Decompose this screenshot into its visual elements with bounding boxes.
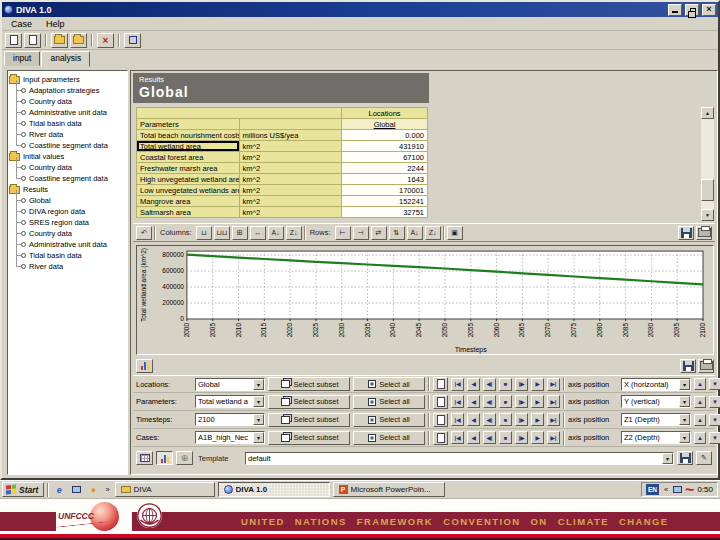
chart-settings-button[interactable] [136,359,153,373]
locations-move-up-button[interactable]: ▲ [694,378,706,390]
cases-select-all-button[interactable]: Select all [353,431,425,445]
cases-dropdown[interactable]: A1B_high_Nec▾ [195,431,265,444]
tree-item-input-parameters[interactable]: Input parameters [9,74,126,85]
map-view-button[interactable]: ⊕ [176,451,193,465]
parameter-cell[interactable]: Freshwater marsh area [137,163,240,174]
parameters-select-all-button[interactable]: Select all [353,395,425,409]
parameters-next-button[interactable]: ▶ [531,395,544,408]
parameter-cell[interactable]: Total beach nourishment costs [137,130,240,141]
tree-item-river-data[interactable]: River data [9,129,126,140]
language-indicator[interactable]: EN [646,484,659,495]
sort-columns-za-button[interactable]: Z↓ [286,226,302,240]
close-button[interactable]: × [702,4,716,16]
save-template-button[interactable] [677,451,693,465]
tree-item-country-data[interactable]: Country data [9,96,126,107]
table-view-button[interactable] [136,451,153,465]
chevron-down-icon[interactable]: ▾ [253,432,264,443]
restore-button[interactable] [685,4,699,16]
value-cell[interactable]: 170001 [342,185,428,196]
timesteps-move-up-button[interactable]: ▲ [694,414,706,426]
parameter-cell[interactable]: Saltmarsh area [137,207,240,218]
cases-copy-button[interactable] [433,431,448,445]
alert-icon[interactable]: ~ [685,481,694,499]
tab-input[interactable]: input [4,51,40,66]
task-button-diva-1-0[interactable]: DIVA 1.0 [218,482,330,497]
column-all-button[interactable]: ⊞ [232,226,248,240]
tree-item-tidal-basin-data[interactable]: Tidal basin data [9,118,126,129]
print-chart-button[interactable] [698,359,714,373]
import-case-button[interactable] [51,33,68,48]
tree-item-initial-values[interactable]: Initial values [9,151,126,162]
cases-next-button[interactable]: ▶ [531,431,544,444]
tree-item-country-data[interactable]: Country data [9,162,126,173]
parameter-cell[interactable]: High unvegetated wetland area [137,174,240,185]
timesteps-step-forward-button[interactable]: |▶ [515,413,528,426]
parameter-cell[interactable]: Low unvegetated wetlands area [137,185,240,196]
parameters-stop-button[interactable]: ■ [499,395,512,408]
timesteps-previous-button[interactable]: ◀ [467,413,480,426]
table-row[interactable]: High unvegetated wetland areakm^21643 [137,174,428,185]
cases-step-forward-button[interactable]: |▶ [515,431,528,444]
minimize-button[interactable] [668,4,682,16]
locations-dropdown[interactable]: Global▾ [195,378,265,391]
locations-move-down-button[interactable]: ▼ [709,378,720,390]
column-hide-button[interactable]: ⊔⊔ [214,226,230,240]
tree-item-adaptation-strategies[interactable]: Adaptation strategies [9,85,126,96]
tree-item-sres-region-data[interactable]: SRES region data [9,217,126,228]
timesteps-step-back-button[interactable]: ◀| [483,413,496,426]
value-cell[interactable]: 152241 [342,196,428,207]
locations-axis-dropdown[interactable]: X (horizontal)▾ [621,378,691,391]
locations-next-button[interactable]: ▶ [531,378,544,391]
locations-stop-button[interactable]: ■ [499,378,512,391]
location-name-header[interactable]: Global [342,119,428,130]
reset-view-button[interactable]: ↶ [136,226,152,240]
tree-item-administrative-unit-data[interactable]: Administrative unit data [9,107,126,118]
cases-last-button[interactable]: ▶| [547,431,560,444]
timesteps-select-subset-button[interactable]: Select subset [268,413,350,427]
locations-copy-button[interactable] [433,377,448,391]
tree-item-administrative-unit-data[interactable]: Administrative unit data [9,239,126,250]
template-dropdown[interactable]: default▾ [245,452,674,465]
cases-step-back-button[interactable]: ◀| [483,431,496,444]
sort-columns-az-button[interactable]: A↓ [268,226,284,240]
timesteps-axis-dropdown[interactable]: Z1 (Depth)▾ [621,413,691,426]
tree-item-country-data[interactable]: Country data [9,228,126,239]
parameters-move-up-button[interactable]: ▲ [694,396,706,408]
value-cell[interactable]: 0.000 [342,130,428,141]
ie-button[interactable]: e [52,483,66,497]
locations-select-subset-button[interactable]: Select subset [268,377,350,391]
copy-table-button[interactable]: ▣ [447,226,463,240]
timesteps-move-down-button[interactable]: ▼ [709,414,720,426]
table-row[interactable]: Total wetland areakm^2431910 [137,141,428,152]
tree-item-river-data[interactable]: River data [9,261,126,272]
value-cell[interactable]: 1643 [342,174,428,185]
collapse-tray-icon[interactable]: « [664,485,668,494]
chevron-down-icon[interactable]: ▾ [253,379,264,390]
scrollbar-thumb[interactable] [701,179,714,201]
parameters-dropdown[interactable]: Total wetland a▾ [195,395,265,408]
start-button[interactable]: Start [2,482,44,497]
parameters-step-back-button[interactable]: ◀| [483,395,496,408]
row-show-button[interactable]: ⊢ [335,226,351,240]
parameters-previous-button[interactable]: ◀ [467,395,480,408]
export-case-button[interactable] [70,33,87,48]
desktop-button[interactable] [69,483,83,497]
quick-launch-more-icon[interactable]: » [105,485,109,494]
row-swap-button[interactable]: ⇄ [371,226,387,240]
table-row[interactable]: Mangrove areakm^2152241 [137,196,428,207]
value-cell[interactable]: 32751 [342,207,428,218]
print-table-button[interactable] [696,226,712,240]
locations-select-all-button[interactable]: Select all [353,377,425,391]
chart-view-button[interactable] [156,451,173,465]
table-row[interactable]: Coastal forest areakm^267100 [137,152,428,163]
tree-item-results[interactable]: Results [9,184,126,195]
tab-analysis[interactable]: analysis [41,51,90,67]
cases-previous-button[interactable]: ◀ [467,431,480,444]
parameters-step-forward-button[interactable]: |▶ [515,395,528,408]
tree-item-coastline-segment-data[interactable]: Coastline segment data [9,173,126,184]
tree-item-global[interactable]: Global [9,195,126,206]
new-case-button[interactable] [5,33,22,48]
save-chart-button[interactable] [680,359,696,373]
table-row[interactable]: Total beach nourishment costsmillions US… [137,130,428,141]
timesteps-next-button[interactable]: ▶ [531,413,544,426]
